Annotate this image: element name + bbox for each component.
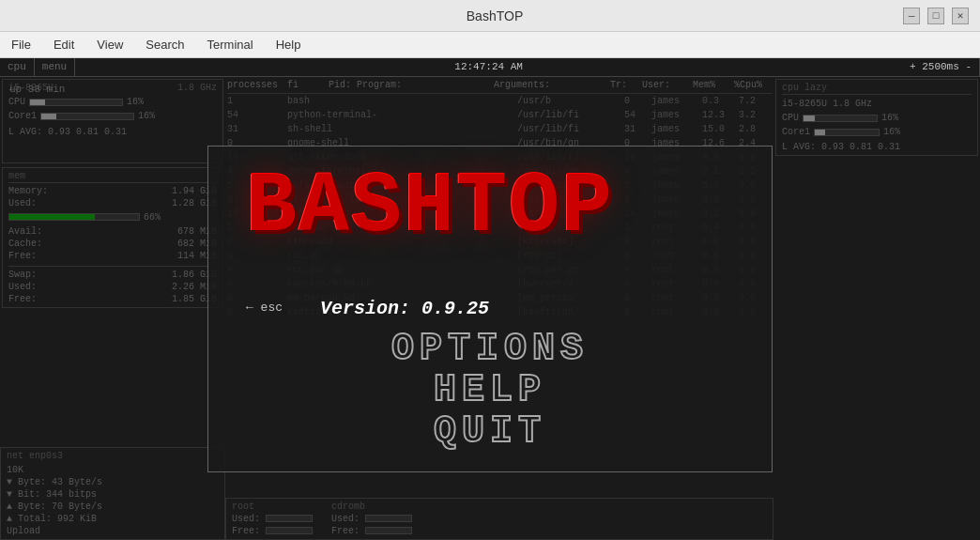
esc-version-row: ← esc Version: 0.9.25: [246, 297, 734, 321]
dl-total: 992 KiB: [57, 514, 97, 524]
logo-container: BASHTOP: [246, 165, 734, 278]
speed-display: + 2500ms -: [910, 60, 972, 73]
load-avg-right: L AVG: 0.93 0.81 0.31: [782, 141, 972, 153]
menu-terminal[interactable]: Terminal: [204, 36, 257, 54]
cpu-label: cpu: [8, 60, 26, 73]
table-row: 1 bash /usr/b 0 james 0.3 7.2: [227, 94, 772, 108]
mem-label: mem: [8, 171, 25, 181]
speed-section: + 2500ms -: [902, 58, 980, 76]
cpu-pct: 16%: [127, 96, 144, 108]
dl-byte: 43 Byte/s: [52, 477, 102, 487]
dl-byte2: 70 Byte/s: [52, 501, 102, 512]
close-button[interactable]: ✕: [952, 8, 969, 24]
menu-label: menu: [42, 60, 67, 73]
menu-search[interactable]: Search: [142, 36, 188, 54]
menu-file[interactable]: File: [8, 36, 35, 54]
table-row: 54 python-terminal- /usr/lib/fi 54 james…: [227, 108, 772, 122]
left-column: i5-8265U 1.8 GHz CPU 16% Core1 16% L AVG…: [0, 77, 225, 310]
clock: 12:47:24 AM: [454, 61, 523, 72]
right-column: cpu lazy i5-8265U 1.8 GHz CPU 16% Core1 …: [773, 77, 980, 158]
cpu-freq: 1.8 GHz: [177, 82, 217, 94]
version-display: Version: 0.9.25: [320, 297, 489, 321]
table-row: 31 sh-shell /usr/lib/fi 31 james 15.0 2.…: [227, 122, 772, 136]
uptime: up 38 min: [9, 83, 65, 96]
menu-label-section: menu: [35, 58, 75, 76]
menu-help[interactable]: Help: [272, 36, 305, 54]
terminal-area: cpu menu 12:47:24 AM + 2500ms - i5-8265U…: [0, 58, 980, 540]
menu-view[interactable]: View: [93, 36, 127, 54]
core-pct: 16%: [138, 110, 155, 122]
disk-panel: root Used: Free: cdromb Used: Free:: [225, 498, 773, 540]
menu-bar: File Edit View Search Terminal Help: [0, 32, 980, 58]
esc-hint: ← esc: [246, 301, 283, 316]
load-avg: L AVG: 0.93 0.81 0.31: [8, 126, 217, 138]
window-controls[interactable]: — □ ✕: [903, 8, 969, 24]
options-label[interactable]: OPTIONS: [391, 329, 589, 370]
menu-edit[interactable]: Edit: [50, 36, 78, 54]
quit-label[interactable]: QUIT: [434, 411, 546, 453]
help-label[interactable]: HELP: [434, 370, 546, 411]
net-panel: net enp0s3 10K ▼ Byte: 43 Byte/s ▼ Bit: …: [0, 447, 225, 540]
time-display: 12:47:24 AM: [75, 60, 902, 73]
logo-text: BASHTOP: [246, 165, 734, 250]
cpu-right-label: cpu lazy: [782, 82, 972, 95]
window-title: BashTOP: [86, 8, 903, 23]
core-label: Core1: [8, 110, 37, 122]
minimize-button[interactable]: —: [903, 8, 920, 24]
maximize-button[interactable]: □: [927, 8, 944, 24]
title-bar: BashTOP — □ ✕: [0, 0, 980, 32]
cpu-label-section: cpu: [0, 58, 35, 76]
splash-box[interactable]: BASHTOP ← esc Version: 0.9.25 OPTIONS HE…: [207, 146, 773, 472]
top-status-bar: cpu menu 12:47:24 AM + 2500ms -: [0, 58, 980, 77]
dl-bit: 344 bitps: [46, 489, 97, 500]
